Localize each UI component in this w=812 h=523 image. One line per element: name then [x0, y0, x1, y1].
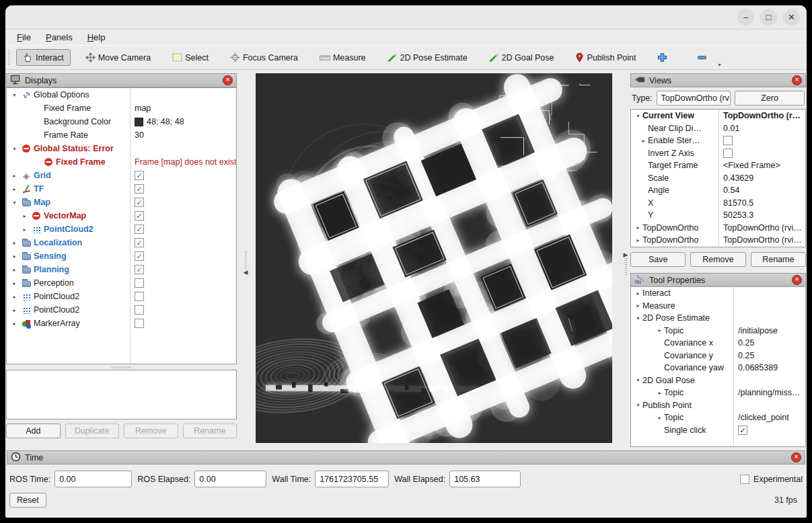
expander-icon[interactable]	[639, 138, 648, 144]
row-checkbox[interactable]	[135, 278, 144, 288]
tool-tree-row[interactable]: Publish Point	[631, 399, 805, 412]
expander-icon[interactable]	[10, 321, 19, 327]
expander-icon[interactable]	[10, 92, 19, 98]
views-action-button[interactable]: Remove	[690, 252, 745, 267]
tool-tree-row[interactable]: Topic /initialpose	[631, 325, 805, 337]
measure-tool-button[interactable]: Measure	[313, 50, 373, 66]
close-icon[interactable]: ✕	[791, 452, 801, 462]
display-tree-row[interactable]: PointCloud2	[7, 290, 236, 303]
displays-action-button[interactable]: Add	[6, 424, 61, 438]
displays-action-button[interactable]: Remove	[124, 424, 178, 438]
display-tree-row[interactable]: Planning	[7, 263, 236, 276]
display-tree-row[interactable]: Global Options	[7, 88, 236, 102]
displays-action-button[interactable]: Duplicate	[65, 424, 120, 438]
expander-icon[interactable]	[634, 315, 642, 321]
tool-tree-row[interactable]: 2D Goal Pose	[631, 374, 805, 387]
expander-icon[interactable]	[10, 253, 19, 259]
row-checkbox[interactable]	[135, 171, 144, 180]
row-checkbox[interactable]	[135, 225, 144, 234]
interact-tool-button[interactable]: Interact	[16, 49, 71, 66]
display-tree-row[interactable]: Map	[7, 196, 236, 209]
row-checkbox[interactable]	[738, 426, 747, 435]
left-splitter-collapse-handle[interactable]: ◀	[241, 250, 250, 277]
toolbar-drag-handle[interactable]	[8, 50, 12, 66]
row-checkbox[interactable]	[135, 238, 144, 247]
menu-help[interactable]: Help	[81, 31, 112, 44]
expander-icon[interactable]	[634, 303, 642, 309]
display-tree-row[interactable]: Fixed Frame map	[7, 102, 236, 115]
right-splitter-collapse-handle[interactable]: ▶	[621, 250, 630, 277]
row-checkbox[interactable]	[135, 198, 144, 207]
display-tree-row[interactable]: Fixed Frame Frame [map] does not exist	[7, 155, 236, 169]
view-tree-row[interactable]: Angle 0.54	[631, 184, 805, 197]
focus-camera-tool-button[interactable]: Focus Camera	[223, 49, 305, 66]
tool-tree-row[interactable]: Interact	[631, 287, 805, 300]
maximize-button[interactable]: □	[760, 9, 777, 26]
tool-tree-row[interactable]: Single click	[631, 424, 805, 437]
display-tree-row[interactable]: Perception	[7, 276, 236, 290]
remove-tool-button[interactable]	[690, 49, 714, 66]
row-checkbox[interactable]	[135, 211, 144, 220]
expander-icon[interactable]	[634, 377, 642, 383]
expander-icon[interactable]	[634, 225, 642, 231]
view-type-combobox[interactable]: TopDownOrtho (rv ▼	[657, 91, 731, 106]
menu-panels[interactable]: Panels	[40, 31, 79, 44]
view-tree-row[interactable]: Near Clip Di… 0.01	[631, 122, 805, 135]
expander-icon[interactable]	[20, 227, 29, 233]
view-tree-row[interactable]: Scale 0.43629	[631, 172, 805, 185]
display-tree-row[interactable]: Sensing	[7, 249, 236, 263]
experimental-checkbox[interactable]	[740, 475, 749, 484]
row-checkbox[interactable]	[135, 292, 144, 301]
views-action-button[interactable]: Save	[630, 252, 686, 267]
move-camera-tool-button[interactable]: Move Camera	[79, 49, 158, 66]
row-checkbox[interactable]	[135, 184, 144, 194]
views-panel-header[interactable]: Views ✕	[630, 73, 806, 87]
close-icon[interactable]: ✕	[792, 75, 802, 85]
goal-pose-tool-button[interactable]: 2D Goal Pose	[482, 50, 561, 66]
tool-tree-row[interactable]: Covariance yaw 0.0685389	[631, 362, 805, 374]
expander-icon[interactable]	[10, 173, 19, 179]
displays-splitter-handle[interactable]	[6, 364, 237, 370]
view-tree-row[interactable]: Enable Ster…	[631, 134, 805, 147]
expander-icon[interactable]	[10, 307, 19, 313]
tool-properties-header[interactable]: Tool Properties ✕	[630, 273, 806, 287]
zero-button[interactable]: Zero	[735, 91, 805, 106]
expander-icon[interactable]	[10, 280, 19, 286]
minimize-button[interactable]: –	[737, 9, 754, 26]
color-swatch[interactable]	[135, 118, 143, 126]
menu-file[interactable]: File	[11, 31, 37, 44]
tool-tree-row[interactable]: Topic /planning/miss…	[631, 387, 805, 399]
toolbar-overflow-chevron-icon[interactable]: ▾	[718, 62, 721, 69]
expander-icon[interactable]	[10, 146, 19, 152]
display-tree-row[interactable]: TF	[7, 182, 236, 196]
time-panel-header[interactable]: Time ✕	[7, 450, 805, 465]
view-tree-row[interactable]: Target Frame <Fixed Frame>	[631, 159, 805, 172]
view-tree-row[interactable]: Y 50253.3	[631, 209, 805, 222]
view-tree-row[interactable]: Current View TopDownOrtho (r…	[631, 110, 805, 122]
view-tree-row[interactable]: TopDownOrtho TopDownOrtho (rvi…	[631, 222, 805, 235]
tool-tree-row[interactable]: 2D Pose Estimate	[631, 312, 805, 325]
display-tree-row[interactable]: PointCloud2	[7, 303, 236, 317]
view-tree-row[interactable]: TopDownOrtho TopDownOrtho (rvi…	[631, 234, 805, 247]
row-checkbox[interactable]	[135, 319, 144, 328]
close-icon[interactable]: ✕	[792, 275, 802, 285]
3d-viewport[interactable]	[256, 73, 612, 443]
reset-button[interactable]: Reset	[9, 493, 46, 508]
row-checkbox[interactable]	[723, 149, 733, 158]
select-tool-button[interactable]: Select	[165, 50, 215, 66]
expander-icon[interactable]	[10, 186, 19, 192]
ros-time-input[interactable]	[54, 471, 132, 487]
ros-elapsed-input[interactable]	[194, 471, 266, 487]
display-tree-row[interactable]: Frame Rate 30	[7, 128, 236, 142]
tool-tree-row[interactable]: Topic /clicked_point	[631, 411, 805, 424]
row-checkbox[interactable]	[135, 265, 144, 274]
wall-time-input[interactable]	[315, 471, 389, 487]
expander-icon[interactable]	[634, 113, 642, 119]
close-icon[interactable]: ✕	[223, 75, 233, 85]
tool-tree-row[interactable]: Covariance x 0.25	[631, 337, 805, 350]
pose-estimate-tool-button[interactable]: 2D Pose Estimate	[381, 50, 474, 66]
publish-point-tool-button[interactable]: Publish Point	[568, 49, 642, 66]
display-tree-row[interactable]: MarkerArray	[7, 317, 236, 330]
tool-tree-row[interactable]: Covariance y 0.25	[631, 350, 805, 362]
display-tree-row[interactable]: Background Color 48; 48; 48	[7, 115, 236, 128]
